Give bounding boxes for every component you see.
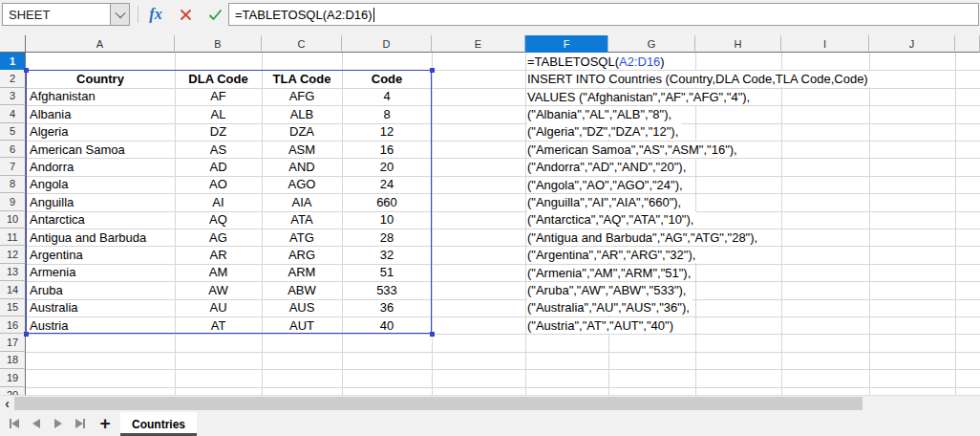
data-cell[interactable]: ARG — [262, 246, 342, 263]
scroll-left-button[interactable]: ‹ — [0, 396, 14, 411]
data-cell[interactable]: 10 — [342, 211, 432, 229]
function-wizard-button[interactable]: fx — [143, 2, 168, 27]
data-cell[interactable]: Armenia — [26, 264, 175, 281]
name-box-dropdown-button[interactable] — [110, 4, 129, 25]
sql-output-line[interactable]: ("Aruba","AW","ABW","533"), — [527, 282, 689, 298]
data-cell[interactable]: AT — [175, 316, 262, 334]
data-cell[interactable]: AM — [175, 264, 262, 281]
header-cell[interactable]: Code — [342, 70, 432, 87]
data-cell[interactable]: Australia — [26, 299, 175, 316]
data-cell[interactable]: AU — [175, 299, 262, 316]
data-cell[interactable]: 32 — [342, 246, 432, 263]
next-sheet-button[interactable] — [50, 415, 67, 432]
previous-sheet-button[interactable] — [28, 415, 45, 432]
data-cell[interactable]: AW — [175, 281, 262, 298]
row-header-1[interactable]: 1 — [0, 53, 26, 70]
data-cell[interactable]: 12 — [342, 123, 432, 141]
row-header-20[interactable]: 20 — [0, 387, 26, 395]
sheet-tab-countries[interactable]: Countries — [120, 412, 197, 436]
row-header-19[interactable]: 19 — [0, 369, 26, 386]
sql-output-line[interactable]: ("Antigua and Barbuda","AG","ATG","28"), — [527, 229, 760, 246]
data-cell[interactable]: ALB — [262, 105, 342, 122]
column-header-H[interactable]: H — [695, 35, 781, 53]
column-header-G[interactable]: G — [608, 35, 695, 53]
sql-output-line[interactable]: VALUES ("Afghanistan","AF","AFG","4"), — [527, 89, 753, 105]
column-header-E[interactable]: E — [432, 35, 525, 53]
data-cell[interactable]: ARM — [262, 264, 342, 281]
data-cell[interactable]: AUS — [262, 299, 342, 316]
data-cell[interactable]: 4 — [342, 88, 432, 105]
header-cell[interactable]: Country — [26, 70, 175, 87]
data-cell[interactable]: 28 — [342, 229, 432, 246]
header-cell[interactable]: DLA Code — [175, 70, 262, 87]
column-header-A[interactable]: A — [26, 35, 175, 53]
data-cell[interactable]: 8 — [342, 105, 432, 122]
data-cell[interactable]: AO — [175, 176, 262, 193]
data-cell[interactable]: Austria — [26, 316, 175, 334]
scrollbar-thumb[interactable] — [14, 397, 863, 410]
data-cell[interactable]: AQ — [175, 211, 262, 229]
data-cell[interactable]: AS — [175, 141, 262, 158]
sql-output-line[interactable]: ("Andorra","AD","AND","20"), — [527, 159, 689, 175]
name-box[interactable]: SHEET — [2, 3, 130, 26]
row-header-18[interactable]: 18 — [0, 352, 26, 369]
column-header-partial[interactable] — [955, 35, 980, 53]
sql-output-line[interactable]: ("American Samoa","AS","ASM","16"), — [527, 142, 740, 158]
data-cell[interactable]: Anguilla — [26, 193, 175, 210]
sql-output-line[interactable]: ("Argentina","AR","ARG","32"), — [527, 247, 698, 263]
first-sheet-button[interactable] — [6, 415, 23, 432]
data-cell[interactable]: AR — [175, 246, 262, 263]
data-cell[interactable]: 533 — [342, 281, 432, 298]
data-cell[interactable]: Albania — [26, 105, 175, 122]
formula-input[interactable]: =TABLETOSQL(A2:D16) — [228, 3, 979, 26]
sql-output-line[interactable]: INSERT INTO Countries (Country,DLA Code,… — [527, 71, 871, 87]
data-cell[interactable]: Argentina — [26, 246, 175, 263]
row-header-17[interactable]: 17 — [0, 334, 26, 351]
data-cell[interactable]: 16 — [342, 141, 432, 158]
data-cell[interactable]: 660 — [342, 193, 432, 210]
data-cell[interactable]: 24 — [342, 176, 432, 193]
data-cell[interactable]: 40 — [342, 316, 432, 334]
last-sheet-button[interactable] — [72, 415, 89, 432]
data-cell[interactable]: Andorra — [26, 158, 175, 175]
sql-output-line[interactable]: ("Antarctica","AQ","ATA","10"), — [527, 211, 696, 228]
cell-f1-formula[interactable]: =TABLETOSQL(A2:D16) — [527, 54, 668, 70]
sql-output-line[interactable]: ("Algeria","DZ","DZA","12"), — [527, 123, 681, 140]
data-cell[interactable]: AND — [262, 158, 342, 175]
data-cell[interactable]: AIA — [262, 193, 342, 210]
data-cell[interactable]: DZ — [175, 123, 262, 141]
column-header-J[interactable]: J — [869, 35, 955, 53]
data-cell[interactable]: AL — [175, 105, 262, 122]
add-sheet-button[interactable]: + — [95, 413, 116, 434]
data-cell[interactable]: 20 — [342, 158, 432, 175]
cancel-button[interactable] — [173, 2, 198, 27]
data-cell[interactable]: Angola — [26, 176, 175, 193]
data-cell[interactable]: Aruba — [26, 281, 175, 298]
data-cell[interactable]: ABW — [262, 281, 342, 298]
data-cell[interactable]: ATA — [262, 211, 342, 229]
sql-output-line[interactable]: ("Albania","AL","ALB","8"), — [527, 106, 674, 122]
sql-output-line[interactable]: ("Australia","AU","AUS","36"), — [527, 299, 692, 316]
spreadsheet-grid[interactable]: ABCDEFGHIJ123456789101112131415161718192… — [0, 35, 980, 395]
data-cell[interactable]: ASM — [262, 141, 342, 158]
select-all-corner[interactable] — [0, 35, 26, 53]
data-cell[interactable]: AD — [175, 158, 262, 175]
data-cell[interactable]: 36 — [342, 299, 432, 316]
sql-output-line[interactable]: ("Austria","AT","AUT","40") — [527, 317, 676, 334]
data-cell[interactable]: ATG — [262, 229, 342, 246]
data-cell[interactable]: Antarctica — [26, 211, 175, 229]
data-cell[interactable]: Algeria — [26, 123, 175, 141]
column-header-F[interactable]: F — [525, 35, 608, 53]
accept-button[interactable] — [202, 2, 227, 27]
column-header-C[interactable]: C — [262, 35, 342, 53]
column-header-I[interactable]: I — [781, 35, 869, 53]
data-cell[interactable]: AF — [175, 88, 262, 105]
data-cell[interactable]: DZA — [262, 123, 342, 141]
header-cell[interactable]: TLA Code — [262, 70, 342, 87]
data-cell[interactable]: American Samoa — [26, 141, 175, 158]
data-cell[interactable]: Afghanistan — [26, 88, 175, 105]
data-cell[interactable]: AG — [175, 229, 262, 246]
horizontal-scrollbar[interactable]: ‹ — [0, 395, 980, 411]
data-cell[interactable]: AGO — [262, 176, 342, 193]
column-header-D[interactable]: D — [342, 35, 432, 53]
